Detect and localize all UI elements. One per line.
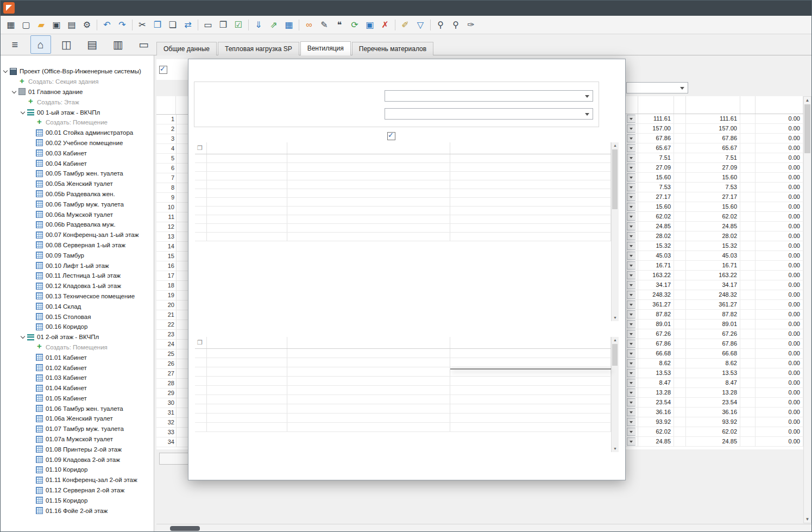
expander-icon[interactable] [29,477,34,483]
link[interactable]: ∞ [302,18,316,32]
tree-item[interactable]: 00.07 Конференц-зал 1-ый этаж [1,230,154,240]
save[interactable]: ▣ [49,18,64,32]
expander-icon[interactable] [29,161,34,166]
expander-icon[interactable] [29,447,34,452]
table-row[interactable]: 32 [156,418,188,428]
chevron-down-icon[interactable] [627,124,635,133]
delete-document[interactable]: ✗ [378,18,392,32]
expander-icon[interactable] [29,181,34,186]
expander-icon[interactable] [29,457,34,462]
table-row[interactable]: 27.17 27.17 0.00 [625,192,803,202]
table-row[interactable]: 13.53 13.53 0.00 [625,368,803,378]
chevron-down-icon[interactable] [627,242,635,250]
table-row[interactable]: 5 [156,154,188,164]
scroll-up-icon[interactable]: ▲ [612,337,619,343]
chevron-down-icon[interactable] [627,369,635,377]
expander-icon[interactable] [29,436,34,442]
table-row[interactable]: 21 [156,310,188,320]
help-button[interactable] [586,59,606,76]
expander-icon[interactable] [29,212,34,217]
expander-icon[interactable] [29,171,34,176]
table-row[interactable]: 248.32 248.32 0.00 [625,290,803,300]
database-view[interactable]: ▥ [108,35,129,54]
table-scrollbar[interactable]: ▲ ▼ [611,142,619,321]
table-row[interactable]: 28.02 28.02 0.00 [625,231,803,241]
table-row[interactable]: 29 [156,389,188,398]
standard-method-2-combobox[interactable] [385,108,593,120]
expander-icon[interactable] [29,140,34,146]
tree-item[interactable]: 00.06a Мужской туалет [1,209,154,220]
new-document[interactable]: ▢ [19,18,33,32]
zoom-out[interactable]: ⚲ [449,18,463,32]
export-document[interactable]: ⇗ [267,18,281,32]
table-row[interactable]: 6 [156,164,188,173]
scroll-down-icon[interactable]: ▼ [804,516,811,523]
close-button[interactable] [793,1,811,16]
minimize-button[interactable] [756,1,775,16]
expander-icon[interactable] [11,79,17,84]
chevron-down-icon[interactable] [627,222,635,230]
expander-icon[interactable] [29,416,34,421]
pick[interactable]: ✑ [464,18,478,32]
standard-method-1-combobox[interactable] [385,90,593,102]
table-row[interactable]: 1 [156,115,188,124]
chevron-down-icon[interactable] [627,418,635,426]
table-row[interactable]: 163.22 163.22 0.00 [625,271,803,280]
chevron-down-icon[interactable] [627,379,635,387]
tree-item[interactable]: 00.11 Лестница 1-ый этаж [1,271,154,281]
tree-item[interactable]: 01.02 Кабинет [1,362,154,373]
tree-item[interactable]: 01.16 Фойе 2-ой этаж [1,505,154,516]
table-row[interactable]: 19 [156,291,188,301]
tree-item[interactable]: 00.06 Тамбур муж. туалета [1,199,154,209]
expander-icon[interactable] [29,406,34,411]
table-row[interactable]: 89.01 89.01 0.00 [625,320,803,329]
expander-icon[interactable] [29,385,34,391]
tree-item[interactable]: Создать: Помещения [1,342,154,353]
tree-item[interactable]: 01.07a Мужской туалет [1,434,154,445]
tree-item[interactable]: 00.12 Кладовка 1-ый этаж [1,281,154,291]
chevron-down-icon[interactable] [627,134,635,142]
expander-icon[interactable] [29,314,34,320]
table-row[interactable]: 31 [156,408,188,418]
expander-icon[interactable] [29,273,34,278]
chevron-down-icon[interactable] [627,154,635,162]
tree-item[interactable]: 01.08 Принтеры 2-ой этаж [1,444,154,454]
table-row[interactable]: 24.85 24.85 0.00 [625,437,803,447]
expander-icon[interactable] [29,253,34,258]
table-row[interactable]: 9 [156,193,188,203]
expander-icon[interactable] [29,130,34,135]
table-row[interactable]: 25 [156,349,188,359]
tree-item[interactable]: 01.15 Коридор [1,495,154,505]
comment[interactable]: ❝ [332,18,347,32]
chevron-down-icon[interactable] [627,232,635,240]
horizontal-scrollbar[interactable] [156,524,812,532]
chevron-down-icon[interactable] [627,408,635,416]
table-row[interactable]: 28 [156,379,188,389]
table-row[interactable]: 12 [156,222,188,232]
table-row[interactable]: 27 [156,369,188,379]
table-row[interactable]: 361.27 361.27 0.00 [625,300,803,310]
menu-button[interactable]: ≡ [4,35,26,54]
chevron-down-icon[interactable] [627,193,635,201]
tree-item[interactable]: 00.02 Учебное помещение [1,138,154,148]
table-row[interactable]: 45.03 45.03 0.00 [625,251,803,261]
print[interactable]: ▤ [65,18,79,32]
expander-icon[interactable] [20,99,26,105]
expander-icon[interactable] [29,508,34,514]
expander-icon[interactable] [20,334,26,340]
expander-icon[interactable] [29,426,34,431]
chevron-down-icon[interactable] [627,330,635,338]
chevron-down-icon[interactable] [627,291,635,299]
chevron-down-icon[interactable] [627,398,635,406]
tree-item[interactable]: 00.03 Кабинет [1,148,154,158]
section-checkbox[interactable] [159,66,167,74]
chevron-down-icon[interactable] [627,428,635,436]
expander-icon[interactable] [11,89,17,95]
table-row[interactable]: 111.61 111.61 0.00 [625,114,803,124]
tree-item[interactable]: 00.14 Склад [1,301,154,311]
tree-item[interactable]: Создать: Этаж [1,97,154,107]
expander-icon[interactable] [29,242,34,248]
chevron-down-icon[interactable] [627,359,635,367]
expander-icon[interactable] [29,498,34,503]
expander-icon[interactable] [29,365,34,371]
